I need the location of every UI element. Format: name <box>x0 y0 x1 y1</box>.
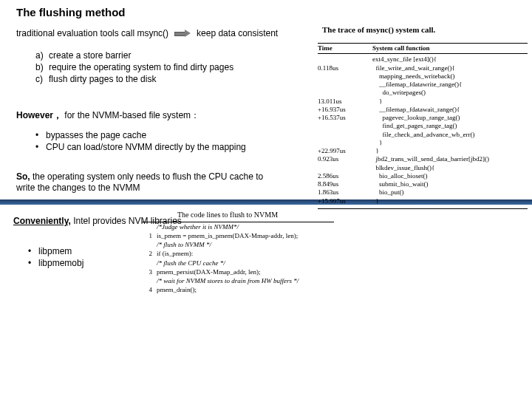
list-item: b)require the operating system to find d… <box>35 62 257 73</box>
trace-time-cell: 2.586us <box>318 172 372 180</box>
code-caption: The code lines to flush to NVMM <box>177 211 278 219</box>
trace-func-cell: find_get_pages_range_tag() <box>372 122 528 130</box>
trace-time-cell: 8.849us <box>318 180 372 188</box>
trace-time-cell <box>318 55 372 64</box>
trace-header: Time System call function <box>318 43 528 54</box>
code-line-text: /* flush the CPU cache */ <box>157 259 334 267</box>
trace-caption: The trace of msync() system call. <box>322 25 435 34</box>
code-line-number: 4 <box>142 285 157 294</box>
list-item: •libpmemobj <box>28 257 83 269</box>
list-text: CPU can load/store NVMM directly by the … <box>46 142 246 153</box>
code-line: /* flush to NVMM */ <box>142 240 334 249</box>
trace-time-cell: +15.997us <box>318 197 372 205</box>
slide: The flushing method traditional evaluati… <box>0 0 532 399</box>
bullet-icon: • <box>28 245 38 257</box>
code-line-text: /*Judge whether it is NVMM*/ <box>157 222 334 231</box>
list-text: flush dirty pages to the disk <box>49 74 257 85</box>
list-text: require the operating system to find dir… <box>49 62 257 73</box>
trace-time-cell: 1.863us <box>318 188 372 197</box>
code-line: 2if (is_pmem): <box>142 249 334 258</box>
trace-time-cell <box>318 139 372 147</box>
list-label: c) <box>35 74 49 85</box>
list-item: •libpmem <box>28 245 83 257</box>
trace-func-cell: } <box>372 98 528 106</box>
conveniently-bold: Conveniently, <box>13 216 71 226</box>
so-bold: So, <box>16 171 33 182</box>
code-line-number: 3 <box>142 267 157 276</box>
code-line: 4 pmem_drain(); <box>142 285 334 294</box>
trace-func-cell: bio_alloc_bioset() <box>372 172 528 180</box>
trace-time-cell <box>318 81 372 89</box>
code-line: /* flush the CPU cache */ <box>142 259 334 267</box>
code-line: /*Judge whether it is NVMM*/ <box>142 222 334 231</box>
code-line-number <box>142 276 157 285</box>
code-line-number <box>142 259 157 267</box>
code-line-number: 2 <box>142 249 157 258</box>
trace-func-cell: __filemap_fdatawrite_range(){ <box>372 81 528 89</box>
however-rest: for the NVMM-based file system： <box>62 110 200 120</box>
intro-line: traditional evaluation tools call msync(… <box>16 28 278 38</box>
bullet-icon: • <box>35 130 46 141</box>
trace-time-cell: +16.537us <box>318 114 372 122</box>
list-item: c)flush dirty pages to the disk <box>35 74 257 85</box>
trace-col-time: Time <box>318 44 372 52</box>
arrow-icon <box>174 30 191 36</box>
trace-time-cell: +16.937us <box>318 106 372 114</box>
bullet-list-nvmm: •bypasses the page cache •CPU can load/s… <box>35 130 257 154</box>
so-line: So, the operating system only needs to f… <box>16 171 267 194</box>
code-line-text: /* flush to NVMM */ <box>157 240 334 249</box>
list-text: create a store barrier <box>49 50 257 61</box>
list-item: a)create a store barrier <box>35 50 257 61</box>
trace-func-cell: ext4_sync_file [ext4](){ <box>372 55 528 64</box>
trace-func-cell: pagevec_lookup_range_tag() <box>372 114 528 122</box>
code-line-number: 1 <box>142 231 157 240</box>
trace-func-cell: } <box>372 197 528 205</box>
trace-func-cell: jbd2_trans_will_send_data_barrier[jbd2](… <box>372 155 528 163</box>
trace-col-func: System call function <box>372 44 528 52</box>
however-line: However， for the NVMM-based file system： <box>16 109 200 122</box>
trace-func-cell: mapping_needs_writeback() <box>372 72 528 81</box>
trace-funcs-col: ext4_sync_file [ext4](){ file_write_and_… <box>372 55 528 205</box>
trace-func-cell: file_write_and_wait_range(){ <box>372 64 528 72</box>
however-bold: However， <box>16 110 62 120</box>
trace-func-cell: } <box>372 139 528 147</box>
trace-func-cell: submit_bio_wait() <box>372 180 528 188</box>
code-line-number <box>142 240 157 249</box>
trace-time-cell: +22.997us <box>318 147 372 155</box>
trace-time-cell <box>318 122 372 130</box>
code-line: 3 pmem_persist(DAX-Mmap_addr, len); <box>142 267 334 276</box>
trace-func-cell: } <box>372 147 528 155</box>
trace-time-cell <box>318 72 372 81</box>
list-text: libpmemobj <box>38 257 83 269</box>
list-text: libpmem <box>38 245 72 257</box>
code-line-text: if (is_pmem): <box>157 249 334 258</box>
trace-func-cell: blkdev_issue_flush(){ <box>372 164 528 172</box>
slide-title: The flushing method <box>16 6 126 18</box>
list-item: •CPU can load/store NVMM directly by the… <box>35 142 257 153</box>
trace-time-cell <box>318 131 372 139</box>
trace-table: Time System call function 0.118us 13.011… <box>318 43 528 209</box>
trace-time-cell: 0.923us <box>318 155 372 163</box>
code-line-text: pmem_persist(DAX-Mmap_addr, len); <box>157 267 334 276</box>
code-listing: /*Judge whether it is NVMM*/1is_pmem = p… <box>142 222 334 294</box>
ordered-list-abc: a)create a store barrier b)require the o… <box>35 50 257 86</box>
intro-left: traditional evaluation tools call msync(… <box>16 28 168 38</box>
list-label: a) <box>35 50 49 61</box>
trace-func-cell: file_check_and_advance_wb_err() <box>372 131 528 139</box>
so-rest: the operating system only needs to flush… <box>16 171 263 193</box>
bullet-icon: • <box>35 142 46 153</box>
code-line: 1is_pmem = pmem_is_pmem(DAX-Mmap-addr, l… <box>142 231 334 240</box>
trace-func-cell: __filemap_fdatawait_range(){ <box>372 106 528 114</box>
trace-time-cell <box>318 89 372 97</box>
code-line-number <box>142 222 157 231</box>
trace-body: 0.118us 13.011us+16.937us+16.537us +22.9… <box>318 54 528 209</box>
intro-right: keep data consistent <box>197 28 278 38</box>
trace-func-cell: do_writepages() <box>372 89 528 97</box>
code-line: /* wait for NVMM stores to drain from HW… <box>142 276 334 285</box>
code-line-text: is_pmem = pmem_is_pmem(DAX-Mmap-addr, le… <box>157 231 334 240</box>
bullet-icon: • <box>28 257 38 269</box>
code-line-text: /* wait for NVMM stores to drain from HW… <box>157 276 334 285</box>
trace-time-cell: 0.118us <box>318 64 372 72</box>
bullet-list-libs: •libpmem •libpmemobj <box>28 245 83 269</box>
trace-func-cell: bio_put() <box>372 188 528 197</box>
